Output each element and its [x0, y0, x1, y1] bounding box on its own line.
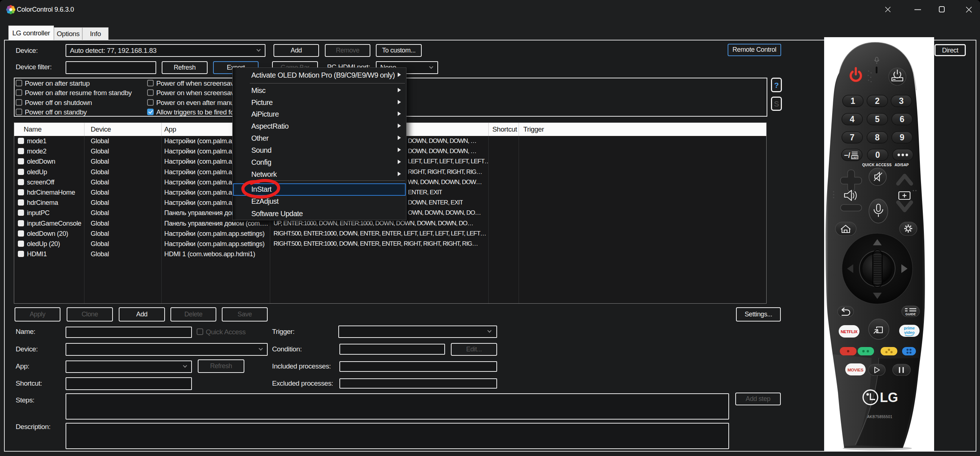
svg-text:LG: LG: [880, 390, 898, 405]
svg-text:6: 6: [900, 115, 905, 124]
svg-text:2: 2: [875, 96, 880, 106]
svg-text:LIST: LIST: [852, 156, 858, 159]
svg-text:NETFLIX: NETFLIX: [841, 330, 858, 334]
svg-text:AKB75855501: AKB75855501: [867, 415, 892, 419]
svg-text:AD/SAP: AD/SAP: [895, 163, 909, 167]
svg-text:8: 8: [875, 133, 880, 142]
svg-text:0: 0: [875, 150, 880, 159]
svg-text:QUICK ACCESS: QUICK ACCESS: [862, 163, 891, 167]
svg-text:3: 3: [899, 96, 904, 106]
svg-text:5: 5: [875, 115, 880, 124]
svg-text:7: 7: [850, 133, 855, 142]
svg-text:prime: prime: [904, 326, 915, 330]
svg-text:9: 9: [900, 133, 905, 142]
svg-text:GUIDE: GUIDE: [905, 313, 916, 316]
svg-text:1: 1: [851, 96, 856, 106]
svg-text:4: 4: [850, 115, 855, 124]
svg-text:MOVIES: MOVIES: [848, 368, 864, 372]
svg-text:−/: −/: [844, 151, 850, 159]
svg-text:video: video: [904, 330, 915, 335]
